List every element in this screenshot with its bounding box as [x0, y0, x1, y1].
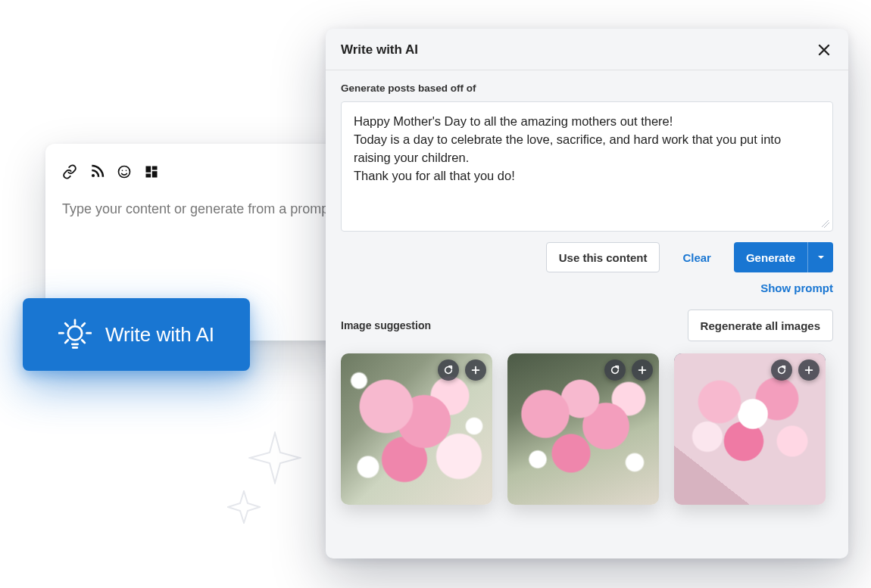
svg-point-3: [266, 133, 276, 144]
svg-rect-12: [146, 174, 151, 178]
refresh-icon: [776, 365, 787, 375]
svg-rect-13: [152, 166, 158, 170]
close-icon: [818, 44, 830, 56]
write-with-ai-panel: Write with AI Generate posts based off o…: [326, 29, 848, 558]
svg-point-2: [248, 57, 259, 67]
generate-button[interactable]: Generate: [734, 242, 807, 272]
panel-title: Write with AI: [341, 42, 418, 58]
emoji-icon[interactable]: [117, 164, 132, 179]
suggested-image[interactable]: [341, 353, 492, 505]
prompt-textarea[interactable]: Happy Mother's Day to all the amazing mo…: [341, 101, 833, 232]
write-with-ai-button[interactable]: Write with AI: [23, 298, 250, 371]
svg-point-15: [68, 326, 82, 340]
compose-toolbar: [62, 159, 347, 185]
compose-input[interactable]: Type your content or generate from a pro…: [62, 201, 347, 217]
add-image-button[interactable]: [798, 359, 819, 381]
add-image-button[interactable]: [465, 359, 486, 381]
regenerate-image-button[interactable]: [771, 359, 792, 381]
link-icon[interactable]: [62, 164, 77, 179]
plus-icon: [637, 365, 648, 375]
image-suggestions: [341, 353, 833, 505]
prompt-line: Happy Mother's Day to all the amazing mo…: [354, 113, 820, 131]
svg-rect-14: [152, 171, 158, 177]
sparkle-decoration: [248, 431, 301, 484]
sparkle-decoration-small: [227, 490, 261, 524]
chevron-down-icon: [816, 253, 826, 262]
prompt-line: Thank you for all that you do!: [354, 167, 820, 185]
regenerate-all-images-button[interactable]: Regenerate all images: [688, 310, 833, 341]
svg-point-8: [119, 166, 130, 178]
layout-icon[interactable]: [144, 164, 159, 179]
svg-line-20: [82, 323, 85, 326]
panel-header: Write with AI: [326, 29, 848, 70]
svg-line-19: [65, 323, 68, 326]
svg-point-1: [223, 93, 234, 104]
svg-line-22: [82, 340, 85, 343]
svg-line-21: [65, 340, 68, 343]
generate-button-group: Generate: [734, 242, 833, 272]
regenerate-image-button[interactable]: [604, 359, 626, 381]
svg-rect-11: [146, 166, 151, 173]
generate-label: Generate posts based off of: [341, 82, 833, 94]
write-with-ai-label: Write with AI: [105, 323, 214, 347]
generate-button-dropdown[interactable]: [807, 242, 833, 272]
close-button[interactable]: [813, 39, 835, 61]
lightbulb-icon: [58, 318, 92, 351]
use-this-content-button[interactable]: Use this content: [546, 242, 660, 272]
prompt-line: Today is a day to celebrate the love, sa…: [354, 131, 820, 167]
suggested-image[interactable]: [507, 353, 659, 505]
suggested-image[interactable]: [674, 353, 826, 505]
plus-icon: [470, 365, 481, 375]
action-row: Use this content Clear Generate: [341, 242, 833, 272]
image-suggestion-label: Image suggestion: [341, 319, 431, 331]
refresh-icon: [443, 365, 454, 375]
svg-point-7: [92, 174, 95, 177]
svg-point-9: [122, 170, 123, 172]
refresh-icon: [610, 365, 620, 375]
add-image-button[interactable]: [632, 359, 653, 381]
plus-icon: [804, 365, 814, 375]
svg-point-10: [126, 170, 127, 172]
show-prompt-link[interactable]: Show prompt: [760, 282, 833, 294]
clear-button[interactable]: Clear: [670, 242, 723, 272]
rss-icon[interactable]: [89, 164, 105, 179]
regenerate-image-button[interactable]: [438, 359, 459, 381]
